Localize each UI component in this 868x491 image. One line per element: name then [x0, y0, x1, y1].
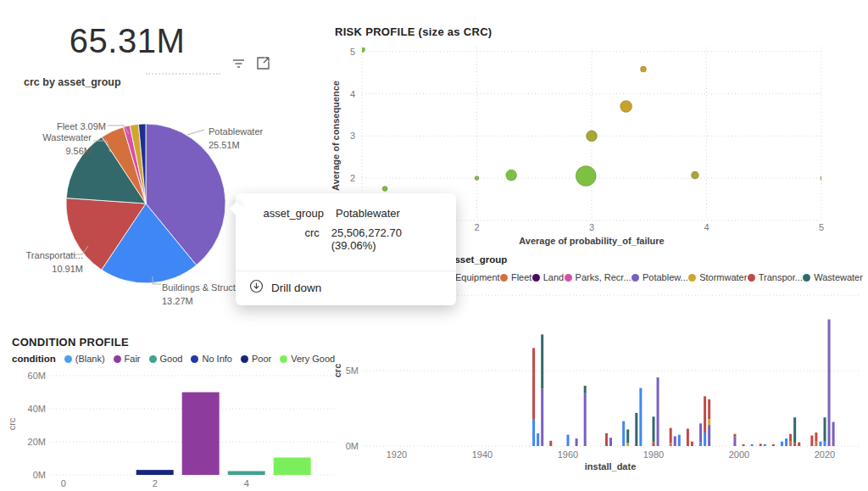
condition-bar-good[interactable]: [228, 471, 265, 475]
install-bar-transportation[interactable]: [743, 444, 745, 446]
asset-group-legend-item[interactable]: Stormwater: [688, 272, 747, 282]
y-tick-label: 40M: [28, 404, 46, 414]
install-bar-potablewater[interactable]: [699, 423, 702, 442]
condition-legend-label: Fair: [125, 354, 141, 364]
install-bar-wastewater[interactable]: [541, 334, 543, 388]
install-bar-potablewater[interactable]: [541, 388, 543, 446]
install-bar-transportation[interactable]: [798, 443, 800, 446]
asset-group-legend-dot: [532, 274, 540, 282]
install-bar-potablewater[interactable]: [733, 437, 736, 446]
scatter-points: [359, 47, 830, 192]
scatter-bubble[interactable]: [576, 166, 596, 187]
install-bar-transportation[interactable]: [605, 433, 608, 446]
asset-group-legend-dot: [565, 274, 572, 282]
install-bar-wastewater[interactable]: [653, 416, 655, 442]
scatter-bubble[interactable]: [475, 176, 479, 181]
install-bar-transportation[interactable]: [549, 441, 552, 446]
scatter-bubble[interactable]: [620, 100, 632, 112]
install-bar-buildings[interactable]: [622, 421, 625, 446]
condition-legend-item[interactable]: (Blank): [64, 354, 105, 364]
install-bar-transportation[interactable]: [532, 348, 535, 419]
install-bar-transportation[interactable]: [793, 443, 796, 446]
install-bar-wastewater[interactable]: [793, 417, 796, 443]
x-tick-label: 2: [153, 478, 158, 488]
asset-group-legend-dot: [688, 274, 696, 282]
install-bar-wastewater[interactable]: [626, 429, 629, 443]
condition-legend-item[interactable]: Fair: [114, 354, 141, 364]
install-bar-stormwater[interactable]: [708, 419, 710, 425]
install-bar-transportation[interactable]: [789, 434, 792, 442]
condition-legend-item[interactable]: Very Good: [280, 354, 335, 364]
drill-down-button[interactable]: Drill down: [236, 271, 456, 305]
install-bar-buildings[interactable]: [785, 438, 787, 446]
install-bar-potablewater[interactable]: [708, 425, 710, 446]
scatter-bubble[interactable]: [587, 131, 598, 142]
condition-legend-item[interactable]: Poor: [241, 354, 271, 364]
asset-group-legend-item[interactable]: Potablew...: [632, 272, 688, 282]
install-bar-potablewater[interactable]: [832, 422, 835, 446]
install-bar-buildings[interactable]: [639, 388, 642, 446]
asset-group-legend-item[interactable]: Wastewater: [803, 272, 863, 282]
scatter-bubble[interactable]: [382, 187, 387, 192]
scatter-bubble[interactable]: [640, 66, 646, 72]
condition-bar-verygood[interactable]: [274, 458, 311, 475]
install-bar-wastewater[interactable]: [824, 417, 826, 441]
condition-legend: (Blank)FairGoodNo InfoPoorVery Good: [64, 354, 335, 364]
condition-profile-title: CONDITION PROFILE: [12, 336, 129, 349]
install-bar-transportation[interactable]: [708, 399, 710, 419]
install-bar-potablewater[interactable]: [828, 320, 831, 446]
install-bar-transportation[interactable]: [810, 436, 813, 446]
install-bar-buildings[interactable]: [567, 435, 570, 446]
install-bar-buildings[interactable]: [678, 435, 681, 446]
install-bar-transportation[interactable]: [815, 432, 817, 442]
filter-icon[interactable]: [231, 56, 246, 74]
install-bar-buildings[interactable]: [751, 444, 754, 446]
install-bar-potablewater[interactable]: [584, 393, 587, 446]
install-bar-buildings[interactable]: [824, 442, 826, 446]
install-bar-fleet[interactable]: [815, 442, 817, 446]
install-bar-fleet[interactable]: [789, 442, 792, 446]
install-bar-buildings[interactable]: [781, 442, 783, 446]
install-bar-potablewater[interactable]: [609, 438, 612, 446]
install-bar-buildings[interactable]: [704, 432, 706, 446]
asset-group-legend-item[interactable]: Land: [532, 272, 564, 282]
install-bar-potablewater[interactable]: [576, 438, 578, 446]
install-bar-potablewater[interactable]: [657, 377, 659, 446]
pie-callout-transportation-name: Transportati...: [14, 248, 83, 262]
install-bar-wastewater[interactable]: [584, 386, 587, 393]
install-bar-transportation[interactable]: [772, 444, 775, 446]
scatter-bubble[interactable]: [691, 171, 698, 179]
install-bar-transportation[interactable]: [653, 443, 655, 446]
install-bar-fleet[interactable]: [670, 443, 672, 446]
install-bar-buildings[interactable]: [537, 433, 539, 446]
asset-group-legend-item[interactable]: Transpor...: [748, 272, 803, 282]
condition-bar-fair[interactable]: [182, 393, 220, 476]
asset-group-legend-item[interactable]: Fleet: [500, 272, 531, 282]
install-bar-transportation[interactable]: [704, 396, 706, 432]
asset-group-legend-item[interactable]: Parks, Recr...: [565, 272, 632, 282]
scatter-bubble[interactable]: [506, 170, 517, 181]
install-bar-transportation[interactable]: [670, 428, 672, 444]
scatter-bubble[interactable]: [359, 47, 365, 53]
install-bar-buildings[interactable]: [532, 419, 535, 446]
scatter-bubble[interactable]: [821, 174, 829, 182]
install-bar-stormwater[interactable]: [626, 443, 629, 446]
install-bar-potablewater[interactable]: [674, 436, 676, 446]
install-bar-buildings[interactable]: [764, 444, 766, 446]
install-bar-wastewater[interactable]: [635, 413, 637, 446]
kpi-value: 65.31M: [25, 22, 229, 60]
condition-legend-item[interactable]: No Info: [191, 354, 231, 364]
tooltip-rows: asset_group Potablewater crc 25,506,272.…: [236, 193, 456, 267]
condition-legend-item[interactable]: Good: [149, 354, 183, 364]
install-bar-transportation[interactable]: [760, 444, 762, 446]
install-bar-transportation[interactable]: [687, 429, 689, 446]
asset-group-legend-dot: [632, 274, 639, 282]
condition-bar-poor[interactable]: [136, 470, 174, 475]
install-bar-buildings[interactable]: [819, 442, 821, 446]
install-bar-transportation[interactable]: [691, 442, 693, 446]
focus-mode-icon[interactable]: [256, 56, 270, 74]
x-tick-label: 0: [61, 478, 66, 488]
pie-callout-potablewater-value: 25.51M: [209, 138, 263, 152]
install-bar-transportation[interactable]: [733, 434, 736, 438]
install-bar-buildings[interactable]: [699, 443, 702, 446]
